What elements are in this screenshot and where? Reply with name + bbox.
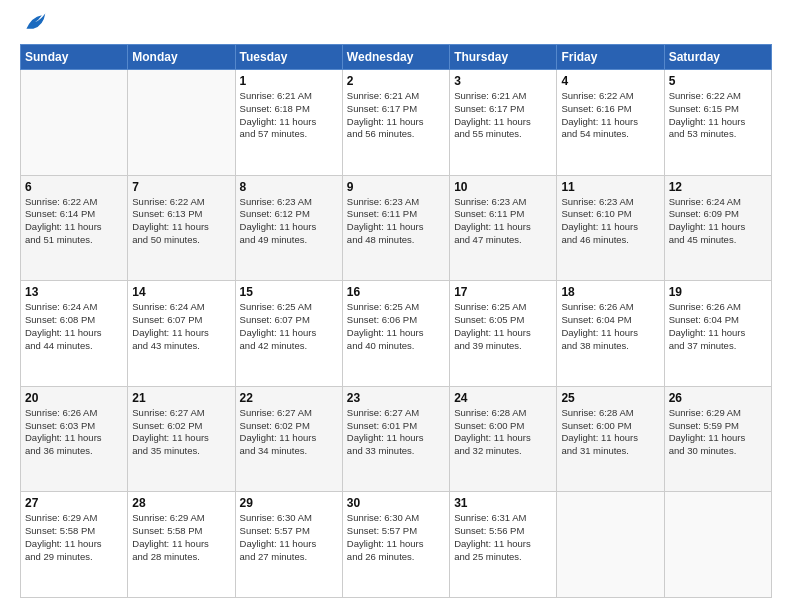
day-cell: 6Sunrise: 6:22 AM Sunset: 6:14 PM Daylig… xyxy=(21,175,128,281)
day-cell: 30Sunrise: 6:30 AM Sunset: 5:57 PM Dayli… xyxy=(342,492,449,598)
day-info: Sunrise: 6:21 AM Sunset: 6:17 PM Dayligh… xyxy=(454,90,552,141)
day-cell: 14Sunrise: 6:24 AM Sunset: 6:07 PM Dayli… xyxy=(128,281,235,387)
day-number: 30 xyxy=(347,496,445,510)
day-number: 10 xyxy=(454,180,552,194)
day-info: Sunrise: 6:30 AM Sunset: 5:57 PM Dayligh… xyxy=(240,512,338,563)
day-info: Sunrise: 6:27 AM Sunset: 6:01 PM Dayligh… xyxy=(347,407,445,458)
day-info: Sunrise: 6:31 AM Sunset: 5:56 PM Dayligh… xyxy=(454,512,552,563)
day-info: Sunrise: 6:23 AM Sunset: 6:10 PM Dayligh… xyxy=(561,196,659,247)
day-cell: 2Sunrise: 6:21 AM Sunset: 6:17 PM Daylig… xyxy=(342,70,449,176)
day-cell: 13Sunrise: 6:24 AM Sunset: 6:08 PM Dayli… xyxy=(21,281,128,387)
day-cell: 8Sunrise: 6:23 AM Sunset: 6:12 PM Daylig… xyxy=(235,175,342,281)
day-cell xyxy=(557,492,664,598)
day-number: 15 xyxy=(240,285,338,299)
day-cell: 5Sunrise: 6:22 AM Sunset: 6:15 PM Daylig… xyxy=(664,70,771,176)
day-number: 7 xyxy=(132,180,230,194)
day-cell: 1Sunrise: 6:21 AM Sunset: 6:18 PM Daylig… xyxy=(235,70,342,176)
day-info: Sunrise: 6:23 AM Sunset: 6:11 PM Dayligh… xyxy=(454,196,552,247)
day-info: Sunrise: 6:25 AM Sunset: 6:05 PM Dayligh… xyxy=(454,301,552,352)
day-number: 18 xyxy=(561,285,659,299)
day-info: Sunrise: 6:24 AM Sunset: 6:07 PM Dayligh… xyxy=(132,301,230,352)
day-info: Sunrise: 6:29 AM Sunset: 5:58 PM Dayligh… xyxy=(25,512,123,563)
day-cell: 4Sunrise: 6:22 AM Sunset: 6:16 PM Daylig… xyxy=(557,70,664,176)
day-info: Sunrise: 6:22 AM Sunset: 6:14 PM Dayligh… xyxy=(25,196,123,247)
header xyxy=(20,18,772,34)
day-info: Sunrise: 6:23 AM Sunset: 6:11 PM Dayligh… xyxy=(347,196,445,247)
weekday-header-row: SundayMondayTuesdayWednesdayThursdayFrid… xyxy=(21,45,772,70)
day-number: 6 xyxy=(25,180,123,194)
calendar-table: SundayMondayTuesdayWednesdayThursdayFrid… xyxy=(20,44,772,598)
day-info: Sunrise: 6:24 AM Sunset: 6:08 PM Dayligh… xyxy=(25,301,123,352)
week-row-3: 20Sunrise: 6:26 AM Sunset: 6:03 PM Dayli… xyxy=(21,386,772,492)
day-cell: 31Sunrise: 6:31 AM Sunset: 5:56 PM Dayli… xyxy=(450,492,557,598)
weekday-header-friday: Friday xyxy=(557,45,664,70)
day-cell: 28Sunrise: 6:29 AM Sunset: 5:58 PM Dayli… xyxy=(128,492,235,598)
day-info: Sunrise: 6:30 AM Sunset: 5:57 PM Dayligh… xyxy=(347,512,445,563)
day-info: Sunrise: 6:26 AM Sunset: 6:03 PM Dayligh… xyxy=(25,407,123,458)
day-cell: 22Sunrise: 6:27 AM Sunset: 6:02 PM Dayli… xyxy=(235,386,342,492)
day-info: Sunrise: 6:22 AM Sunset: 6:13 PM Dayligh… xyxy=(132,196,230,247)
weekday-header-monday: Monday xyxy=(128,45,235,70)
day-cell xyxy=(21,70,128,176)
day-info: Sunrise: 6:25 AM Sunset: 6:07 PM Dayligh… xyxy=(240,301,338,352)
day-info: Sunrise: 6:29 AM Sunset: 5:59 PM Dayligh… xyxy=(669,407,767,458)
day-info: Sunrise: 6:25 AM Sunset: 6:06 PM Dayligh… xyxy=(347,301,445,352)
day-info: Sunrise: 6:23 AM Sunset: 6:12 PM Dayligh… xyxy=(240,196,338,247)
day-cell: 29Sunrise: 6:30 AM Sunset: 5:57 PM Dayli… xyxy=(235,492,342,598)
weekday-header-tuesday: Tuesday xyxy=(235,45,342,70)
day-number: 22 xyxy=(240,391,338,405)
week-row-4: 27Sunrise: 6:29 AM Sunset: 5:58 PM Dayli… xyxy=(21,492,772,598)
day-number: 25 xyxy=(561,391,659,405)
day-number: 8 xyxy=(240,180,338,194)
day-number: 20 xyxy=(25,391,123,405)
day-number: 17 xyxy=(454,285,552,299)
day-number: 27 xyxy=(25,496,123,510)
week-row-1: 6Sunrise: 6:22 AM Sunset: 6:14 PM Daylig… xyxy=(21,175,772,281)
day-number: 11 xyxy=(561,180,659,194)
day-number: 24 xyxy=(454,391,552,405)
day-cell: 18Sunrise: 6:26 AM Sunset: 6:04 PM Dayli… xyxy=(557,281,664,387)
day-info: Sunrise: 6:26 AM Sunset: 6:04 PM Dayligh… xyxy=(561,301,659,352)
day-info: Sunrise: 6:28 AM Sunset: 6:00 PM Dayligh… xyxy=(454,407,552,458)
day-info: Sunrise: 6:24 AM Sunset: 6:09 PM Dayligh… xyxy=(669,196,767,247)
day-number: 4 xyxy=(561,74,659,88)
day-cell: 27Sunrise: 6:29 AM Sunset: 5:58 PM Dayli… xyxy=(21,492,128,598)
day-cell: 20Sunrise: 6:26 AM Sunset: 6:03 PM Dayli… xyxy=(21,386,128,492)
day-info: Sunrise: 6:28 AM Sunset: 6:00 PM Dayligh… xyxy=(561,407,659,458)
day-cell xyxy=(664,492,771,598)
day-info: Sunrise: 6:29 AM Sunset: 5:58 PM Dayligh… xyxy=(132,512,230,563)
day-number: 9 xyxy=(347,180,445,194)
day-cell: 10Sunrise: 6:23 AM Sunset: 6:11 PM Dayli… xyxy=(450,175,557,281)
weekday-header-saturday: Saturday xyxy=(664,45,771,70)
day-cell: 16Sunrise: 6:25 AM Sunset: 6:06 PM Dayli… xyxy=(342,281,449,387)
week-row-2: 13Sunrise: 6:24 AM Sunset: 6:08 PM Dayli… xyxy=(21,281,772,387)
day-number: 28 xyxy=(132,496,230,510)
day-cell: 24Sunrise: 6:28 AM Sunset: 6:00 PM Dayli… xyxy=(450,386,557,492)
day-info: Sunrise: 6:21 AM Sunset: 6:18 PM Dayligh… xyxy=(240,90,338,141)
day-cell: 21Sunrise: 6:27 AM Sunset: 6:02 PM Dayli… xyxy=(128,386,235,492)
day-number: 16 xyxy=(347,285,445,299)
day-cell: 3Sunrise: 6:21 AM Sunset: 6:17 PM Daylig… xyxy=(450,70,557,176)
day-cell: 15Sunrise: 6:25 AM Sunset: 6:07 PM Dayli… xyxy=(235,281,342,387)
day-info: Sunrise: 6:27 AM Sunset: 6:02 PM Dayligh… xyxy=(132,407,230,458)
day-cell xyxy=(128,70,235,176)
day-number: 12 xyxy=(669,180,767,194)
weekday-header-wednesday: Wednesday xyxy=(342,45,449,70)
day-info: Sunrise: 6:26 AM Sunset: 6:04 PM Dayligh… xyxy=(669,301,767,352)
day-cell: 11Sunrise: 6:23 AM Sunset: 6:10 PM Dayli… xyxy=(557,175,664,281)
page: SundayMondayTuesdayWednesdayThursdayFrid… xyxy=(0,0,792,612)
day-number: 14 xyxy=(132,285,230,299)
day-info: Sunrise: 6:22 AM Sunset: 6:16 PM Dayligh… xyxy=(561,90,659,141)
day-number: 5 xyxy=(669,74,767,88)
day-number: 23 xyxy=(347,391,445,405)
week-row-0: 1Sunrise: 6:21 AM Sunset: 6:18 PM Daylig… xyxy=(21,70,772,176)
day-number: 2 xyxy=(347,74,445,88)
day-number: 1 xyxy=(240,74,338,88)
day-info: Sunrise: 6:27 AM Sunset: 6:02 PM Dayligh… xyxy=(240,407,338,458)
day-cell: 26Sunrise: 6:29 AM Sunset: 5:59 PM Dayli… xyxy=(664,386,771,492)
weekday-header-thursday: Thursday xyxy=(450,45,557,70)
day-number: 21 xyxy=(132,391,230,405)
day-cell: 7Sunrise: 6:22 AM Sunset: 6:13 PM Daylig… xyxy=(128,175,235,281)
day-number: 19 xyxy=(669,285,767,299)
logo-bird-icon xyxy=(23,10,47,34)
